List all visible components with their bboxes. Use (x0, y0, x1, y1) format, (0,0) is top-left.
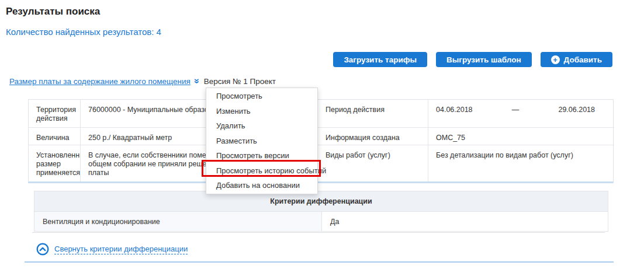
detail-value: Без детализации по видам работ (услуг) (428, 145, 614, 181)
criteria-table: Критерии дифференциации Вентиляция и кон… (34, 191, 608, 232)
load-tariffs-button[interactable]: Загрузить тарифы (333, 52, 427, 67)
results-count: Количество найденных результатов: 4 (6, 27, 161, 37)
period-from: 04.06.2018 (436, 106, 473, 114)
detail-value-period: 04.06.2018 — 29.06.2018 (428, 100, 614, 128)
period-to: 29.06.2018 (558, 106, 595, 114)
collapse-circle-up-icon[interactable] (36, 243, 49, 256)
menu-item-view-event-history[interactable]: Просмотреть историю событий (206, 163, 317, 179)
detail-label: Величина (29, 128, 81, 145)
menu-item-view[interactable]: Просмотреть (206, 89, 317, 104)
criteria-value-cell: Да (322, 212, 608, 231)
detail-label: Территория действия (29, 100, 81, 128)
period-dash: — (512, 106, 520, 114)
criteria-name-cell: Вентиляция и кондиционирование (34, 212, 322, 231)
chevron-double-down-icon[interactable]: » (192, 79, 202, 84)
add-button[interactable]: + Добавить (541, 52, 612, 67)
detail-value: ОМС_75 (428, 128, 614, 145)
detail-label: Период действия (318, 100, 428, 128)
menu-item-add-based-on[interactable]: Добавить на основании (206, 178, 317, 193)
load-tariffs-label: Загрузить тарифы (344, 55, 417, 64)
menu-item-publish[interactable]: Разместить (206, 134, 317, 149)
add-button-label: Добавить (564, 55, 602, 64)
criteria-table-header: Критерии дифференциации (34, 191, 608, 212)
export-template-label: Выгрузить шаблон (446, 55, 521, 64)
divider-gray (32, 232, 605, 233)
collapse-criteria-control[interactable]: Свернуть критерии дифференциации (36, 243, 188, 256)
detail-label: Информация создана (318, 128, 428, 145)
record-link[interactable]: Размер платы за содержание жилого помеще… (9, 77, 191, 86)
plus-icon: + (551, 55, 560, 64)
detail-label: Установленный размер применяется: (29, 145, 81, 181)
collapse-criteria-link[interactable]: Свернуть критерии дифференциации (54, 244, 188, 254)
divider-blue (25, 261, 614, 263)
record-header: Размер платы за содержание жилого помеще… (9, 76, 276, 86)
menu-item-delete[interactable]: Удалить (206, 118, 317, 134)
page: Результаты поиска Количество найденных р… (0, 0, 644, 276)
context-menu: Просмотреть Изменить Удалить Разместить … (206, 88, 318, 194)
toolbar: Загрузить тарифы Выгрузить шаблон + Доба… (333, 52, 612, 67)
page-title: Результаты поиска (6, 6, 100, 18)
menu-item-view-versions[interactable]: Просмотреть версии (206, 148, 317, 163)
detail-label: Виды работ (услуг) (318, 145, 428, 181)
table-row: Вентиляция и кондиционирование Да (34, 212, 608, 231)
export-template-button[interactable]: Выгрузить шаблон (436, 52, 532, 67)
menu-item-edit[interactable]: Изменить (206, 104, 317, 119)
version-label: Версия № 1 Проект (204, 77, 276, 86)
